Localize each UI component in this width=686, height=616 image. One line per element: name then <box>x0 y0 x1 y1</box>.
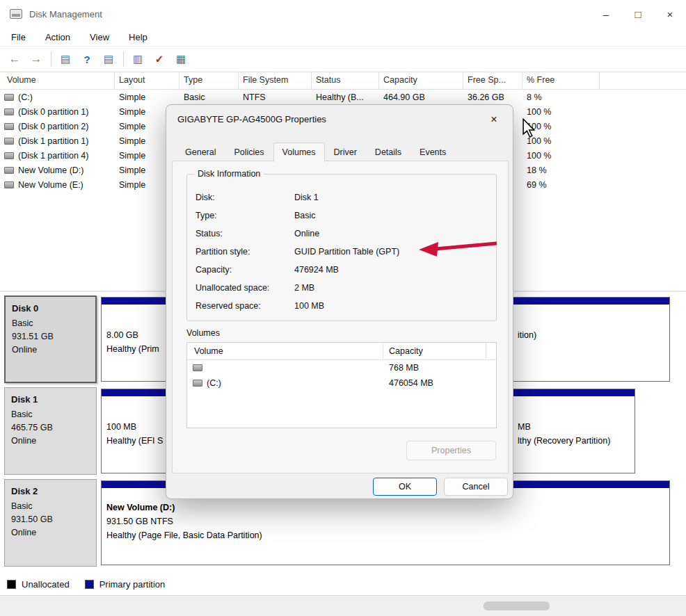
tab-general[interactable]: General <box>176 143 225 161</box>
ok-button[interactable]: OK <box>373 478 437 496</box>
column-header-type[interactable]: Type <box>180 72 239 90</box>
dialog-volume-name: (C:) <box>207 378 221 388</box>
menu-file[interactable]: File <box>11 32 26 42</box>
menu-help[interactable]: Help <box>129 32 147 42</box>
mouse-cursor <box>522 118 537 138</box>
partition-status: lthy (Recovery Partition) <box>518 434 635 448</box>
cell-layout: Simple <box>115 92 180 102</box>
volumes-tab-page: Disk Information Disk: Disk 1 Type: Basi… <box>172 161 509 473</box>
unallocated-color-swatch <box>7 580 16 589</box>
dialog-volume-row[interactable]: (C:) 476054 MB <box>187 375 496 391</box>
column-header-capacity[interactable]: Capacity <box>389 346 423 356</box>
cell-status: Healthy (B... <box>312 92 379 102</box>
field-label-partition-style: Partition style: <box>196 247 294 257</box>
field-label-reserved-space: Reserved space: <box>196 301 294 311</box>
volume-icon <box>4 181 14 188</box>
tab-policies[interactable]: Policies <box>225 143 273 161</box>
menu-action[interactable]: Action <box>45 32 70 42</box>
column-divider[interactable] <box>486 343 486 359</box>
dialog-volumes-header: Volume Capacity <box>187 343 496 360</box>
tab-driver[interactable]: Driver <box>325 143 366 161</box>
cell-pct-free: 18 % <box>523 165 600 175</box>
primary-partition-color-swatch <box>85 580 94 589</box>
field-value-disk: Disk 1 <box>294 193 319 202</box>
column-header-status[interactable]: Status <box>312 72 379 90</box>
console-tree-icon[interactable]: ▤ <box>56 51 74 67</box>
volume-icon <box>193 364 202 371</box>
column-header-filesystem[interactable]: File System <box>239 72 312 90</box>
column-header-filler <box>600 72 686 90</box>
disk-management-icon <box>10 9 22 19</box>
column-header-capacity[interactable]: Capacity <box>379 72 463 90</box>
disk-size: 931.51 GB <box>12 330 89 343</box>
field-label-status: Status: <box>196 229 294 238</box>
disk-size: 465.75 GB <box>11 421 90 435</box>
window-title: Disk Management <box>29 9 102 19</box>
volume-list-header: Volume Layout Type File System Status Ca… <box>0 72 686 90</box>
disk-type: Basic <box>12 317 89 330</box>
disk-type: Basic <box>11 500 90 513</box>
menu-view[interactable]: View <box>90 32 109 42</box>
column-header-volume[interactable]: Volume <box>194 346 223 356</box>
disk-status: Online <box>11 526 90 540</box>
cell-pct-free: 100 % <box>523 107 600 117</box>
disk0-panel[interactable]: Disk 0 Basic 931.51 GB Online <box>4 295 97 383</box>
help-icon[interactable]: ? <box>78 51 96 67</box>
field-value-reserved-space: 100 MB <box>294 301 324 311</box>
toolbar-separator <box>51 51 51 67</box>
close-button[interactable]: × <box>654 0 686 28</box>
column-header-volume[interactable]: Volume <box>0 72 115 90</box>
field-value-status: Online <box>294 229 319 238</box>
partition-status: ition) <box>518 328 669 342</box>
disk-name: Disk 2 <box>11 485 90 498</box>
field-label-type: Type: <box>196 211 294 220</box>
dialog-volumes-list: Volume Capacity 768 MB (C:) 476054 MB <box>186 342 497 428</box>
report-icon[interactable]: ▦ <box>172 51 190 67</box>
dialog-volume-row[interactable]: 768 MB <box>187 360 496 375</box>
volume-icon <box>4 108 14 115</box>
titlebar: Disk Management – □ × <box>0 0 686 28</box>
cell-volume: (C:) <box>18 92 33 102</box>
toolbar-separator <box>123 51 124 67</box>
disk1-panel[interactable]: Disk 1 Basic 465.75 GB Online <box>4 387 97 475</box>
cell-pct-free: 69 % <box>523 180 600 190</box>
column-header-pct-free[interactable]: % Free <box>523 72 600 90</box>
horizontal-scrollbar[interactable] <box>0 595 686 616</box>
disk-name: Disk 1 <box>11 393 90 406</box>
action-pane-icon[interactable]: ▤ <box>99 51 118 67</box>
properties-button: Properties <box>406 441 496 460</box>
column-divider[interactable] <box>383 343 383 359</box>
disk-name: Disk 0 <box>12 302 89 315</box>
field-value-unallocated-space: 2 MB <box>294 283 314 293</box>
tab-volumes[interactable]: Volumes <box>273 143 325 162</box>
column-header-layout[interactable]: Layout <box>115 72 180 90</box>
dialog-tabs: General Policies Volumes Driver Details … <box>176 143 455 161</box>
field-value-type: Basic <box>294 211 316 220</box>
field-value-capacity: 476924 MB <box>294 265 339 275</box>
field-label-capacity: Capacity: <box>196 265 294 275</box>
maximize-button[interactable]: □ <box>622 0 654 28</box>
disk-list-icon[interactable]: ▥ <box>129 51 147 67</box>
column-header-free-space[interactable]: Free Sp... <box>463 72 523 90</box>
back-icon[interactable]: ← <box>6 51 24 67</box>
disk-status: Online <box>11 435 90 448</box>
dialog-close-icon[interactable]: × <box>484 111 504 128</box>
volume-icon <box>4 94 14 101</box>
volumes-section-label: Volumes <box>186 328 220 338</box>
tab-details[interactable]: Details <box>366 143 410 161</box>
cancel-button[interactable]: Cancel <box>444 478 508 496</box>
field-label-unallocated-space: Unallocated space: <box>196 283 294 293</box>
check-disk-icon[interactable]: ✓ <box>150 51 168 67</box>
cell-volume: (Disk 0 partition 1) <box>18 107 88 117</box>
forward-icon[interactable]: → <box>27 51 45 67</box>
cell-capacity: 464.90 GB <box>379 92 463 102</box>
table-row[interactable]: (C:) Simple Basic NTFS Healthy (B... 464… <box>0 90 686 104</box>
properties-dialog: GIGABYTE GP-AG4500G Properties × General… <box>166 104 513 499</box>
cell-type: Basic <box>180 92 239 102</box>
dialog-title: GIGABYTE GP-AG4500G Properties <box>166 105 513 133</box>
disk2-panel[interactable]: Disk 2 Basic 931.50 GB Online <box>4 479 97 567</box>
tab-events[interactable]: Events <box>410 143 455 161</box>
scrollbar-thumb[interactable] <box>484 601 550 610</box>
dialog-volume-capacity: 476054 MB <box>389 378 433 388</box>
minimize-button[interactable]: – <box>590 0 622 28</box>
